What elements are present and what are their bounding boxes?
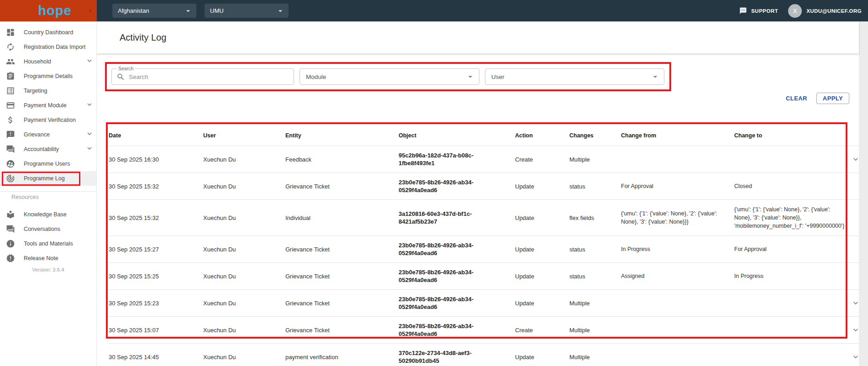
sidebar-item-payment-module[interactable]: Payment Module xyxy=(0,98,96,113)
info-icon xyxy=(6,239,15,248)
sidebar-item-label: Programme Users xyxy=(24,161,70,167)
search-input[interactable] xyxy=(129,73,289,80)
cell-object: 23b0e785-8b26-4926-ab34-0529f4a0ead6 xyxy=(399,322,515,338)
column-header-entity: Entity xyxy=(285,132,399,139)
sidebar-nav: Country Dashboard Registration Data Impo… xyxy=(0,25,96,186)
sidebar-item-label: Grievance xyxy=(24,131,50,138)
chevron-down-icon xyxy=(851,325,860,335)
row-expand-button[interactable] xyxy=(851,298,863,308)
list-alt-icon xyxy=(6,86,15,95)
cell-user: Xuechun Du xyxy=(203,183,285,190)
sidebar-item-knowledge-base[interactable]: Knowledge Base xyxy=(0,207,96,222)
sidebar-item-programme-details[interactable]: Programme Details xyxy=(0,69,96,84)
cell-entity: Grievance Ticket xyxy=(285,246,399,253)
cell-date: 30 Sep 2025 15:27 xyxy=(109,246,203,253)
avatar-initial: X xyxy=(793,7,797,15)
payment-card-icon xyxy=(6,101,15,110)
sidebar-item-label: Accountability xyxy=(24,146,59,152)
dropdown-arrow-icon xyxy=(650,72,660,82)
sidebar-item-label: Targeting xyxy=(24,88,47,94)
row-expand-button[interactable] xyxy=(851,155,863,164)
filter-actions: CLEAR APPLY xyxy=(783,93,849,104)
sidebar-item-label: Country Dashboard xyxy=(24,29,73,36)
cell-entity: Feedback xyxy=(285,156,399,163)
sidebar-item-conversations[interactable]: Conversations xyxy=(0,222,96,236)
sidebar-item-country-dashboard[interactable]: Country Dashboard xyxy=(0,25,96,40)
cell-date: 30 Sep 2025 15:32 xyxy=(109,214,203,222)
search-icon xyxy=(116,73,125,81)
sidebar-collapse-icon[interactable]: ‹ xyxy=(89,6,91,15)
cell-object: 23b0e785-8b26-4926-ab34-0529f4a0ead6 xyxy=(399,268,515,284)
cell-action: Update xyxy=(515,299,569,307)
sidebar-item-registration-data-import[interactable]: Registration Data Import xyxy=(0,40,96,54)
sidebar-item-tools-and-materials[interactable]: Tools and Materials xyxy=(0,236,96,251)
cell-date: 30 Sep 2025 15:25 xyxy=(109,272,203,280)
page-background-strip xyxy=(859,21,868,366)
cell-changes: Multiple xyxy=(569,156,621,163)
autorenew-icon xyxy=(6,42,15,52)
chevron-down-icon xyxy=(851,298,860,308)
row-expand-button[interactable] xyxy=(851,325,863,335)
sidebar-item-label: Programme Log xyxy=(24,175,65,182)
search-field-label: Search xyxy=(116,66,135,71)
country-select[interactable]: Afghanistan xyxy=(112,4,196,18)
row-expand-button[interactable] xyxy=(851,352,863,361)
cell-object: 23b0e785-8b26-4926-ab34-0529f4a0ead6 xyxy=(399,295,515,311)
cell-changes: flex fields xyxy=(569,214,621,222)
resources-section-header: Resources xyxy=(11,194,39,200)
cell-user: Xuechun Du xyxy=(203,214,285,222)
programme-select[interactable]: UMU xyxy=(205,4,289,18)
sidebar-item-programme-users[interactable]: Programme Users xyxy=(0,157,96,171)
sidebar-item-grievance[interactable]: Grievance xyxy=(0,127,96,142)
cell-change-from: In Progress xyxy=(621,245,734,253)
cell-changes: status xyxy=(569,246,621,253)
sidebar-item-household[interactable]: Household xyxy=(0,54,96,69)
support-button[interactable]: SUPPORT xyxy=(739,7,778,15)
module-select[interactable]: Module xyxy=(300,68,479,85)
clipboard-icon xyxy=(6,72,15,81)
sidebar-item-label: Payment Verification xyxy=(24,117,76,123)
cell-date: 30 Sep 2025 15:23 xyxy=(109,299,203,307)
dashboard-icon xyxy=(6,28,15,37)
cell-user: Xuechun Du xyxy=(203,299,285,307)
cell-object: 3a120816-60e3-437d-bf1c-8421af5b23e7 xyxy=(399,210,515,225)
cell-object: 23b0e785-8b26-4926-ab34-0529f4a0ead6 xyxy=(399,241,515,257)
cell-object: 370c122e-2734-43d8-aef3-50290b91db45 xyxy=(399,349,515,365)
table-row: 30 Sep 2025 15:32 Xuechun Du Grievance T… xyxy=(109,173,859,200)
search-field: Search xyxy=(111,68,294,85)
cell-user: Xuechun Du xyxy=(203,353,285,361)
cell-date: 30 Sep 2025 16:30 xyxy=(109,156,203,163)
feedback-icon xyxy=(6,130,15,139)
chevron-down-icon xyxy=(85,130,94,140)
cell-entity: Grievance Ticket xyxy=(285,272,399,280)
user-select-label: User xyxy=(491,73,650,80)
country-select-value: Afghanistan xyxy=(118,7,184,14)
cell-changes: status xyxy=(569,183,621,190)
cell-changes: Multiple xyxy=(569,299,621,307)
sidebar-item-label: Registration Data Import xyxy=(24,44,85,50)
forum-icon xyxy=(6,145,15,154)
cell-object: 23b0e785-8b26-4926-ab34-0529f4a0ead6 xyxy=(399,178,515,194)
page-title: Activity Log xyxy=(120,32,166,43)
sidebar-item-accountability[interactable]: Accountability xyxy=(0,142,96,157)
apply-button[interactable]: APPLY xyxy=(816,93,849,104)
new-releases-icon xyxy=(6,254,15,263)
sidebar-item-release-note[interactable]: Release Note xyxy=(0,251,96,266)
cell-user: Xuechun Du xyxy=(203,246,285,253)
cell-action: Update xyxy=(515,246,569,253)
table-row: 30 Sep 2025 15:32 Xuechun Du Individual … xyxy=(109,200,859,236)
forum-icon xyxy=(6,225,15,234)
sidebar-item-targeting[interactable]: Targeting xyxy=(0,84,96,98)
sidebar-resources-nav: Knowledge Base Conversations Tools and M… xyxy=(0,207,96,266)
cell-action: Update xyxy=(515,353,569,361)
clear-button[interactable]: CLEAR xyxy=(783,93,810,104)
sidebar-item-programme-log[interactable]: Programme Log xyxy=(0,171,96,186)
sidebar-item-payment-verification[interactable]: Payment Verification xyxy=(0,113,96,127)
table-row: 30 Sep 2025 15:07 Xuechun Du Grievance T… xyxy=(109,317,859,344)
avatar[interactable]: X xyxy=(788,4,802,18)
cell-action: Update xyxy=(515,183,569,190)
cell-action: Create xyxy=(515,156,569,163)
user-select[interactable]: User xyxy=(485,68,664,85)
table-header-row: Date User Entity Object Action Changes C… xyxy=(109,125,859,146)
cell-date: 30 Sep 2025 15:07 xyxy=(109,326,203,334)
